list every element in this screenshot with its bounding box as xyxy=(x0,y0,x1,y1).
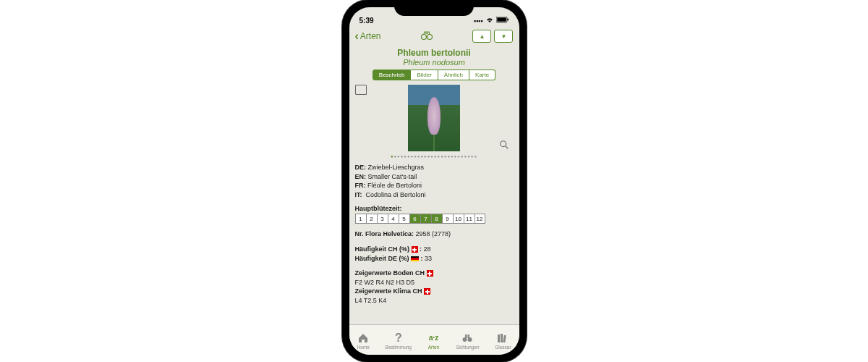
gallery-icon[interactable] xyxy=(357,86,367,95)
fh-label: Nr. Flora Helvetica: xyxy=(355,230,414,237)
month-5: 5 xyxy=(399,214,409,224)
image-pagination-dots[interactable]: ●●●●●●●●●●●●●●●●●●●●●●●●●● xyxy=(355,154,514,159)
up-button[interactable]: ▲ xyxy=(472,30,491,43)
tab-beschrieb[interactable]: Beschrieb xyxy=(373,70,412,80)
freq-de-value: 33 xyxy=(425,255,432,262)
flora-helvetica: Nr. Flora Helvetica: 2958 (2778) xyxy=(355,230,514,239)
screen: 5:39 ▪▪▪▪ ‹ Arten ▲ ▼ xyxy=(349,7,519,355)
month-2: 2 xyxy=(366,214,377,224)
species-image[interactable] xyxy=(408,85,460,151)
freq-ch-label: Häufigkeit CH (%) xyxy=(355,245,410,253)
tabbar-item-sichtungen[interactable]: Sichtungen xyxy=(456,332,480,350)
books-icon xyxy=(496,332,509,344)
nav-bar: ‹ Arten ▲ ▼ xyxy=(349,26,519,46)
freq-de-label: Häufigkeit DE (%) xyxy=(355,255,409,262)
flag-ch-icon xyxy=(427,270,433,277)
svg-rect-9 xyxy=(465,334,467,338)
phone-notch xyxy=(394,0,474,16)
month-6: 6 xyxy=(409,214,420,224)
tabbar-label: Bestimmung xyxy=(386,345,412,350)
label-it: IT: xyxy=(355,191,362,198)
svg-rect-13 xyxy=(503,334,506,342)
wifi-icon xyxy=(485,17,494,25)
name-de: Zwiebel-Lieschgras xyxy=(368,164,425,171)
month-3: 3 xyxy=(377,214,388,224)
down-button[interactable]: ▼ xyxy=(494,30,513,43)
tabbar-label: Sichtungen xyxy=(456,345,480,350)
home-icon xyxy=(357,332,370,344)
tab-bar: Home?Bestimmunga·zArtenSichtungenGlossar xyxy=(349,324,519,355)
binoculars-icon xyxy=(461,332,474,344)
month-10: 10 xyxy=(453,214,464,224)
triangle-up-icon: ▲ xyxy=(480,33,485,40)
label-de: DE: xyxy=(355,164,367,171)
label-en: EN: xyxy=(355,173,367,180)
tabbar-label: Arten xyxy=(428,345,440,350)
flag-ch-icon xyxy=(424,288,430,295)
frequency-block: Häufigkeit CH (%) : 28 Häufigkeit DE (%)… xyxy=(355,245,514,263)
soil-label: Zeigerwerte Boden CH xyxy=(355,269,425,277)
month-4: 4 xyxy=(388,214,399,224)
soil-value: F2 W2 R4 N2 H3 D5 xyxy=(355,278,514,287)
name-en: Smaller Cat's-tail xyxy=(368,173,417,180)
flag-ch-icon xyxy=(412,246,418,253)
svg-point-4 xyxy=(427,34,433,39)
content: Phleum bertolonii Phleum nodosum Beschri… xyxy=(349,46,519,324)
tabbar-label: Glossar xyxy=(495,345,511,350)
month-12: 12 xyxy=(475,214,485,224)
tab-bilder[interactable]: Bilder xyxy=(411,70,438,80)
svg-point-5 xyxy=(500,141,506,147)
common-names: DE: Zwiebel-Lieschgras EN: Smaller Cat's… xyxy=(355,163,514,199)
svg-rect-10 xyxy=(468,334,470,338)
name-fr: Fléole de Bertoloni xyxy=(367,182,422,189)
nav-arrows: ▲ ▼ xyxy=(472,30,513,43)
svg-line-6 xyxy=(505,146,508,149)
month-8: 8 xyxy=(431,214,442,224)
freq-ch-value: 28 xyxy=(424,245,431,253)
label-fr: FR: xyxy=(355,182,366,189)
svg-rect-12 xyxy=(501,334,503,342)
climate-label: Zeigerwerte Klima CH xyxy=(355,287,422,295)
chevron-left-icon: ‹ xyxy=(355,30,359,43)
magnify-icon[interactable] xyxy=(499,140,509,150)
tabbar-item-glossar[interactable]: Glossar xyxy=(495,332,511,350)
species-name-main: Phleum bertolonii xyxy=(355,48,514,58)
tabbar-label: Home xyxy=(357,345,370,350)
binoculars-icon[interactable] xyxy=(420,30,433,43)
month-1: 1 xyxy=(355,214,366,224)
back-label: Arten xyxy=(360,31,381,41)
indicators-block: Zeigerwerte Boden CH F2 W2 R4 N2 H3 D5 Z… xyxy=(355,269,514,305)
tab-karte[interactable]: Karte xyxy=(469,70,495,80)
svg-rect-11 xyxy=(498,334,500,342)
svg-point-3 xyxy=(422,34,427,39)
svg-rect-2 xyxy=(507,19,509,21)
tab-ähnlich[interactable]: Ähnlich xyxy=(438,70,469,80)
species-name-sub: Phleum nodosum xyxy=(355,58,514,67)
tabbar-item-arten[interactable]: a·zArten xyxy=(427,332,441,350)
battery-icon xyxy=(496,17,509,25)
question-icon: ? xyxy=(392,332,405,344)
tabbar-item-home[interactable]: Home xyxy=(357,332,370,350)
back-button[interactable]: ‹ Arten xyxy=(355,30,381,43)
month-11: 11 xyxy=(464,214,475,224)
climate-value: L4 T2.5 K4 xyxy=(355,296,514,306)
bloom-label: Hauptblütezeit: xyxy=(355,205,514,212)
segment-tabs: BeschriebBilderÄhnlichKarte xyxy=(355,70,514,80)
name-it: Codolina di Bertoloni xyxy=(366,191,426,198)
flag-de-icon xyxy=(411,256,419,261)
month-7: 7 xyxy=(420,214,431,224)
status-indicators: ▪▪▪▪ xyxy=(474,17,509,25)
species-title: Phleum bertolonii Phleum nodosum xyxy=(355,48,514,67)
az-icon: a·z xyxy=(427,332,441,344)
phone-frame: 5:39 ▪▪▪▪ ‹ Arten ▲ ▼ xyxy=(342,0,527,362)
month-9: 9 xyxy=(442,214,453,224)
bloom-months: 123456789101112 xyxy=(355,214,514,224)
signal-icon: ▪▪▪▪ xyxy=(474,17,483,25)
status-time: 5:39 xyxy=(359,17,374,25)
triangle-down-icon: ▼ xyxy=(501,33,507,40)
tabbar-item-bestimmung[interactable]: ?Bestimmung xyxy=(386,332,412,350)
fh-value: 2958 (2778) xyxy=(416,230,451,237)
svg-rect-1 xyxy=(497,17,506,22)
image-viewer xyxy=(355,85,514,151)
